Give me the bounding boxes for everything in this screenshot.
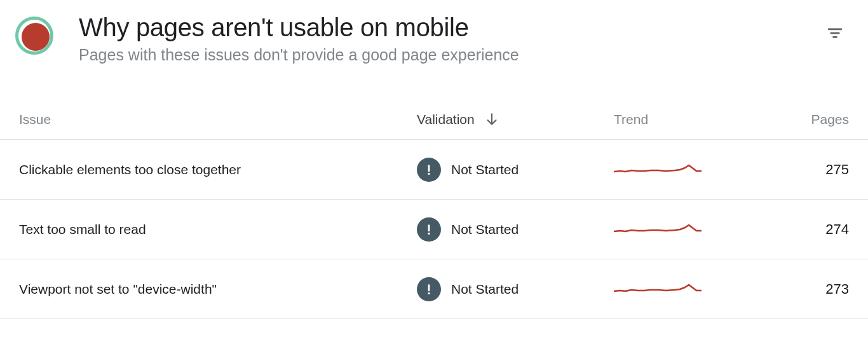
column-headers: Issue Validation Trend Pages xyxy=(0,111,868,140)
column-header-issue-label: Issue xyxy=(19,112,51,127)
column-header-validation-label: Validation xyxy=(417,112,475,127)
svg-point-0 xyxy=(428,172,430,174)
page-title: Why pages aren't usable on mobile xyxy=(79,13,821,42)
page-subtitle: Pages with these issues don't provide a … xyxy=(79,46,821,64)
column-header-pages[interactable]: Pages xyxy=(735,112,849,127)
trend-sparkline xyxy=(614,280,702,299)
pages-count: 275 xyxy=(735,161,849,178)
svg-point-2 xyxy=(428,292,430,294)
validation-status: Not Started xyxy=(451,222,519,237)
column-header-validation[interactable]: Validation xyxy=(417,111,614,128)
pages-count: 274 xyxy=(735,221,849,238)
svg-point-1 xyxy=(428,232,430,234)
trend-cell xyxy=(614,280,735,299)
issue-name: Viewport not set to "device-width" xyxy=(19,282,417,297)
column-header-trend[interactable]: Trend xyxy=(614,112,735,127)
trend-sparkline xyxy=(614,160,702,179)
issue-name: Text too small to read xyxy=(19,222,417,237)
page-icon xyxy=(15,17,53,55)
validation-status: Not Started xyxy=(451,282,519,297)
page-header: Why pages aren't usable on mobile Pages … xyxy=(0,0,868,83)
trend-cell xyxy=(614,160,735,179)
exclamation-icon xyxy=(417,217,441,242)
column-header-pages-label: Pages xyxy=(811,112,849,127)
validation-status: Not Started xyxy=(451,162,519,177)
trend-sparkline xyxy=(614,220,702,239)
column-header-trend-label: Trend xyxy=(614,112,648,127)
column-header-issue[interactable]: Issue xyxy=(19,112,417,127)
table-row[interactable]: Clickable elements too close together No… xyxy=(0,140,868,200)
filter-button[interactable] xyxy=(821,19,849,47)
table-row[interactable]: Text too small to read Not Started 274 xyxy=(0,200,868,259)
issue-name: Clickable elements too close together xyxy=(19,162,417,177)
table-row[interactable]: Viewport not set to "device-width" Not S… xyxy=(0,259,868,319)
exclamation-icon xyxy=(417,158,441,182)
validation-cell: Not Started xyxy=(417,158,614,182)
arrow-down-icon xyxy=(484,111,500,128)
page-titles: Why pages aren't usable on mobile Pages … xyxy=(79,13,821,64)
pages-count: 273 xyxy=(735,281,849,298)
validation-cell: Not Started xyxy=(417,277,614,301)
filter-icon xyxy=(825,24,844,43)
exclamation-icon xyxy=(417,277,441,301)
trend-cell xyxy=(614,220,735,239)
validation-cell: Not Started xyxy=(417,217,614,242)
